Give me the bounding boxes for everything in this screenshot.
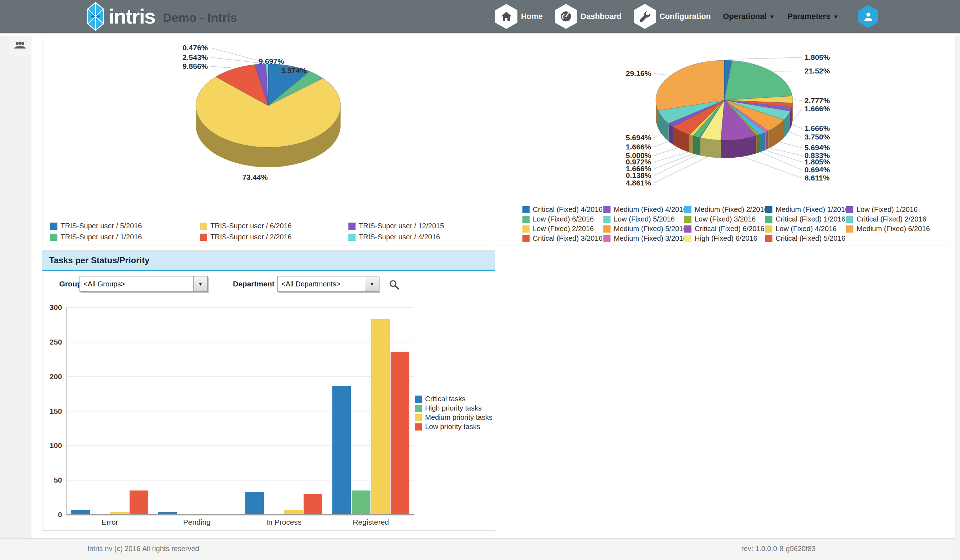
bar-registered [391, 352, 410, 515]
dashboard-icon [555, 4, 577, 29]
users-icon [14, 41, 26, 50]
pie-percentage-label: 8.611% [805, 174, 829, 182]
x-axis-category-label: In Process [266, 518, 301, 526]
pie-percentage-label: 9.697% [259, 57, 284, 65]
legend-item: Critical (Fixed) 6/2016 [684, 225, 765, 233]
bar-registered [332, 386, 351, 515]
pie-percentage-label: 1.805% [805, 158, 830, 166]
legend-item: Low (Fixed) 2/2016 [522, 225, 603, 233]
pie-percentage-label: 21.52% [805, 67, 830, 75]
pie-percentage-label: 3.750% [805, 133, 830, 141]
pie-percentage-label: 5.000% [626, 151, 651, 160]
menu-parameters[interactable]: Parameters ▼ [787, 12, 838, 21]
bar-registered [371, 319, 390, 515]
legend-item: TRIS-Super user / 4/2016 [349, 233, 444, 241]
pie-percentage-label: 1.666% [626, 143, 651, 151]
pie-percentage-label: 1.666% [805, 124, 830, 132]
tasks-filter-controls: Group <All Groups> ▼ Department <All Dep… [42, 272, 494, 297]
legend-swatch [603, 206, 611, 213]
legend-swatch [684, 235, 691, 242]
pie-slice-side [700, 138, 701, 155]
panel-tasks-per-status: Tasks per Status/Priority Group <All Gro… [42, 250, 495, 531]
nav-home[interactable]: Home [495, 4, 543, 29]
legend-swatch [522, 216, 530, 223]
legend-swatch [415, 395, 422, 403]
menu-operational[interactable]: Operational ▼ [723, 12, 774, 21]
configuration-icon [634, 4, 656, 29]
x-axis-category-label: Error [102, 518, 118, 526]
group-select-dropdown-button[interactable]: ▼ [193, 277, 207, 291]
legend-item: Low (Fixed) 4/2016 [765, 225, 846, 233]
brand-wordmark: intris [109, 6, 155, 27]
nav-configuration[interactable]: Configuration [634, 4, 711, 29]
legend-swatch [765, 226, 773, 232]
legend-item: Medium (Fixed) 2/2016 [684, 205, 765, 214]
header-nav: Home Dashboard Configura [495, 4, 878, 29]
legend-label: Critical (Fixed) 6/2016 [695, 225, 765, 233]
legend-swatch [415, 414, 422, 421]
user-avatar-button[interactable] [858, 5, 878, 28]
legend-label: TRIS-Super user / 6/2016 [210, 222, 292, 230]
sidebar-tab-users[interactable] [8, 36, 31, 55]
pie-percentage-label: 2.543% [182, 53, 208, 61]
bar-registered [352, 490, 371, 515]
pie-percentage-label: 73.44% [242, 173, 268, 181]
legend-swatch [765, 216, 773, 223]
pie-percentage-label: 1.666% [805, 104, 830, 113]
legend-label: High priority tasks [425, 404, 482, 412]
legend-item: TRIS-Super user / 2/2016 [200, 233, 349, 241]
panel-fixed-tasks-pie: 1.805%21.52%2.777%1.666%1.666%3.750%5.69… [493, 37, 950, 245]
legend-swatch [200, 234, 207, 241]
pie-slice-side [701, 138, 721, 158]
pie-label-line [792, 125, 802, 128]
pie-label-line [654, 141, 670, 147]
bar-in-process [284, 510, 303, 515]
nav-dashboard[interactable]: Dashboard [555, 4, 622, 29]
pie-percentage-label: 0.476% [182, 43, 208, 52]
legend-swatch [522, 235, 530, 242]
group-select[interactable]: <All Groups> ▼ [80, 276, 208, 292]
nav-configuration-label: Configuration [659, 12, 711, 21]
legend-item: Medium (Fixed) 6/2016 [846, 225, 930, 233]
bar-in-process [245, 492, 264, 515]
legend-label: TRIS-Super user / 1/2016 [61, 233, 142, 241]
pie-label-line [773, 71, 802, 71]
pie-slice-side [669, 123, 673, 144]
pie-percentage-label: 5.694% [805, 143, 830, 152]
legend-item: Medium (Fixed) 5/2016 [603, 225, 684, 233]
y-axis-tick-label: 50 [54, 476, 62, 484]
pie-chart-fixed-tasks: 1.805%21.52%2.777%1.666%1.666%3.750%5.69… [493, 37, 950, 204]
menu-parameters-label: Parameters [787, 12, 830, 21]
pie-percentage-label: 1.805% [805, 53, 830, 61]
revision-text: rev: 1.0.0.0-8-g9620f83 [741, 545, 816, 553]
bar-in-process [304, 494, 322, 515]
page-title: Demo - Intris [163, 11, 237, 25]
intris-logo-icon [87, 2, 104, 31]
legend-label: Low (Fixed) 3/2016 [695, 215, 756, 223]
legend-item: TRIS-Super user / 6/2016 [200, 222, 349, 230]
legend-swatch [415, 423, 422, 430]
pie-percentage-label: 3.974% [281, 66, 307, 75]
legend-swatch [684, 226, 691, 232]
group-label: Group [59, 280, 82, 288]
tasks-panel-title: Tasks per Status/Priority [49, 255, 149, 266]
brand-block[interactable]: intris Demo - Intris [87, 2, 237, 31]
search-button[interactable] [388, 278, 400, 291]
scrollbar[interactable] [955, 36, 960, 560]
department-select-dropdown-button[interactable]: ▼ [365, 277, 379, 291]
legend-item: Critical (Fixed) 5/2016 [765, 234, 846, 243]
legend-swatch [603, 226, 611, 232]
department-select[interactable]: <All Departments> ▼ [277, 276, 379, 292]
bar-error [71, 510, 90, 515]
legend-item: TRIS-Super user / 5/2016 [50, 222, 200, 230]
pie-percentage-label: 5.694% [626, 133, 651, 142]
legend-item: Low (Fixed) 6/2016 [522, 215, 603, 223]
pie-label-line [728, 58, 802, 59]
pie-slice-side [766, 131, 768, 150]
user-icon [863, 11, 874, 22]
legend-label: TRIS-Super user / 2/2016 [210, 233, 292, 241]
legend-swatch [349, 234, 355, 241]
legend-swatch [522, 226, 530, 232]
pie-label-line [794, 109, 802, 120]
legend-label: Critical (Fixed) 2/2016 [857, 215, 926, 223]
